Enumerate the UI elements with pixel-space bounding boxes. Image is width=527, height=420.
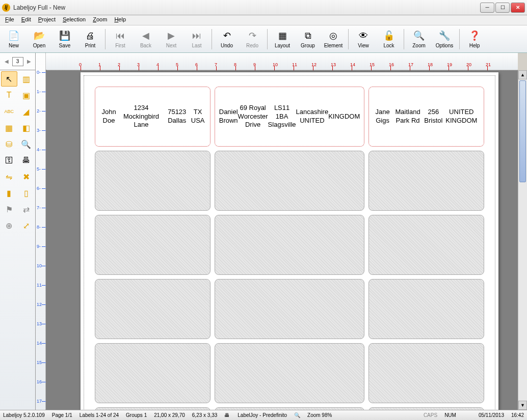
- menu-help[interactable]: Help: [111, 15, 129, 25]
- help-button[interactable]: ❓Help: [462, 26, 487, 52]
- ruler-v-mark: 4-: [37, 147, 41, 152]
- db-tool[interactable]: ⛁: [1, 136, 17, 152]
- text2-tool[interactable]: ▣: [18, 88, 35, 103]
- zoom-button[interactable]: 🔍Zoom: [407, 26, 431, 52]
- label-blank[interactable]: [95, 279, 210, 339]
- label-blank[interactable]: [215, 343, 365, 403]
- back-button[interactable]: ◀Back: [134, 26, 158, 52]
- label-blank[interactable]: [95, 343, 210, 403]
- label-blank[interactable]: [368, 407, 484, 410]
- page-number-input[interactable]: 3: [12, 57, 23, 66]
- first-icon: ⏮: [114, 30, 126, 42]
- ruler-v-mark: 11-: [37, 283, 43, 288]
- vertical-ruler: 0-1-2-3-4-5-6-7-8-9-10-11-12-13-14-15-16…: [36, 53, 46, 410]
- menu-zoom[interactable]: Zoom: [90, 15, 110, 25]
- grid-tool[interactable]: ▦: [1, 120, 17, 135]
- target-tool[interactable]: ⊕: [1, 218, 17, 233]
- maximize-button[interactable]: ☐: [495, 3, 510, 13]
- next-button[interactable]: ▶Next: [159, 26, 183, 52]
- key-tool[interactable]: ⚿: [1, 153, 17, 168]
- search-tool[interactable]: 🔍: [18, 136, 35, 152]
- label-blank[interactable]: [368, 151, 484, 211]
- redo-button[interactable]: ↷Redo: [240, 26, 265, 52]
- layout-button[interactable]: ▦Layout: [270, 26, 295, 52]
- vertical-scrollbar[interactable]: ▲ ▼: [518, 70, 527, 410]
- label-blank[interactable]: [95, 215, 210, 275]
- ruler-v-mark: 14-: [37, 341, 43, 346]
- barcode-tool[interactable]: ▥: [18, 71, 35, 87]
- new-icon: 📄: [8, 30, 20, 42]
- label-blank[interactable]: [368, 215, 484, 275]
- ruler-v-mark: 3-: [37, 128, 41, 133]
- label-blank[interactable]: [215, 215, 365, 275]
- view-button[interactable]: 👁View: [351, 26, 376, 52]
- label-line: Jane Gigs: [373, 108, 392, 125]
- status-num: NUM: [444, 412, 456, 418]
- label-blank[interactable]: [215, 279, 365, 339]
- text-tool[interactable]: T: [1, 88, 17, 103]
- menu-project[interactable]: Project: [35, 15, 59, 25]
- lock-button[interactable]: 🔓Lock: [377, 26, 401, 52]
- arrows-tool[interactable]: ⇄: [18, 202, 35, 217]
- label-line: 69 Royal Worcester Drive: [238, 104, 268, 130]
- scroll-down-button[interactable]: ▼: [518, 401, 527, 410]
- minimize-button[interactable]: ─: [480, 3, 494, 13]
- menu-file[interactable]: File: [2, 15, 17, 25]
- label-blank[interactable]: [215, 151, 365, 211]
- label-blank[interactable]: [368, 279, 484, 339]
- label-filled[interactable]: Daniel Brown69 Royal Worcester DriveLS11…: [215, 87, 365, 147]
- status-date: 05/11/2013: [479, 412, 504, 418]
- close-button[interactable]: ✕: [511, 3, 525, 13]
- element-button[interactable]: ◎Element: [321, 26, 346, 52]
- label-blank[interactable]: [95, 151, 210, 211]
- page-prev-button[interactable]: ◀: [3, 58, 10, 65]
- ruler-v-mark: 0-: [37, 70, 41, 75]
- label-filled[interactable]: John Doe1234 Mockingbird Lane75123 Dalla…: [95, 87, 210, 147]
- last-button[interactable]: ⏭Last: [185, 26, 209, 52]
- scroll-thumb[interactable]: [519, 80, 526, 182]
- save-button[interactable]: 💾Save: [52, 26, 77, 52]
- expand-tool[interactable]: ⤢: [18, 218, 35, 233]
- flag-tool[interactable]: ⚑: [1, 202, 17, 217]
- canvas[interactable]: John Doe1234 Mockingbird Lane75123 Dalla…: [46, 70, 518, 410]
- scroll-up-button[interactable]: ▲: [518, 70, 527, 79]
- open-button[interactable]: 📂Open: [27, 26, 51, 52]
- select-tool[interactable]: ↖: [1, 71, 17, 87]
- shape-tool[interactable]: ◢: [18, 104, 35, 119]
- ruler-h-mark: 16: [389, 62, 394, 67]
- ruler-v-mark: 7-: [37, 205, 41, 210]
- new-button[interactable]: 📄New: [2, 26, 26, 52]
- canvas-area: 0-1-2-3-4-5-6-7-8-9-10-11-12-13-14-15-16…: [36, 53, 527, 410]
- label-tool[interactable]: ABC: [1, 104, 17, 119]
- folder-tool[interactable]: ▮: [1, 185, 17, 201]
- label-blank[interactable]: [368, 343, 484, 403]
- group-button[interactable]: ⧉Group: [296, 26, 320, 52]
- ruler-v-mark: 2-: [37, 108, 41, 114]
- print-button[interactable]: 🖨Print: [78, 26, 102, 52]
- label-blank[interactable]: [95, 407, 210, 410]
- printer-tool[interactable]: 🖶: [18, 153, 35, 168]
- label-blank[interactable]: [215, 407, 365, 410]
- options-button[interactable]: 🔧Options: [432, 26, 457, 52]
- delete-tool[interactable]: ✖: [18, 169, 35, 184]
- page-next-button[interactable]: ▶: [25, 58, 33, 65]
- status-page: Page 1/1: [52, 412, 72, 418]
- next-icon: ▶: [165, 30, 177, 42]
- ruler-h-mark: 19: [447, 62, 452, 67]
- first-button[interactable]: ⏮First: [108, 26, 133, 52]
- folder2-tool[interactable]: ▯: [18, 185, 35, 201]
- label-line: 1234 Mockingbird Lane: [118, 104, 164, 130]
- undo-button[interactable]: ↶Undo: [215, 26, 239, 52]
- page-tool[interactable]: ◧: [18, 120, 35, 135]
- menu-selection[interactable]: Selection: [60, 15, 89, 25]
- label-line: LS11 1BA Slagsville: [268, 104, 296, 130]
- menu-edit[interactable]: Edit: [18, 15, 34, 25]
- label-filled[interactable]: Jane GigsMaitland Park Rd256 BristolUNIT…: [368, 87, 484, 147]
- main-area: ◀ 3 ▶ ↖ ▥ T ▣ ABC ◢ ▦ ◧ ⛁ 🔍 ⚿ 🖶 ⇋ ✖ ▮ ▯ …: [0, 53, 527, 410]
- lock-icon: 🔓: [383, 30, 395, 42]
- flip-tool[interactable]: ⇋: [1, 169, 17, 184]
- ruler-v-mark: 9-: [37, 244, 41, 249]
- window-title: Labeljoy Full - New: [13, 4, 480, 11]
- ruler-h-mark: 5: [176, 62, 178, 67]
- save-icon: 💾: [59, 30, 71, 42]
